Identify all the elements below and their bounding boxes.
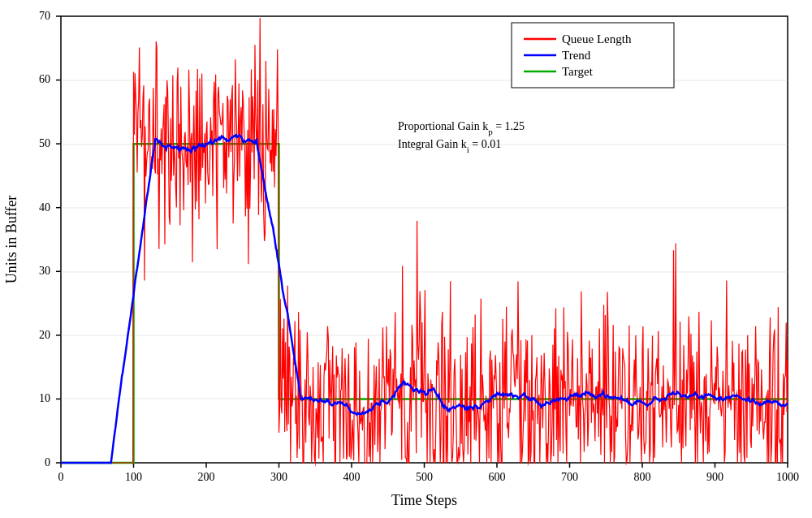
y-tick-20: 20 xyxy=(39,329,50,341)
y-axis-label: Units in Buffer xyxy=(3,196,19,284)
x-tick-100: 100 xyxy=(125,471,142,483)
x-tick-900: 900 xyxy=(706,471,723,483)
legend-trend-label: Trend xyxy=(562,49,591,62)
y-tick-10: 10 xyxy=(39,392,50,404)
x-tick-1000: 1000 xyxy=(776,471,799,483)
plot-area xyxy=(61,16,788,463)
x-tick-700: 700 xyxy=(561,471,578,483)
y-tick-60: 60 xyxy=(39,73,50,85)
y-tick-70: 70 xyxy=(39,10,50,22)
x-tick-600: 600 xyxy=(489,471,506,483)
y-tick-30: 30 xyxy=(39,265,50,277)
x-tick-200: 200 xyxy=(198,471,215,483)
x-tick-500: 500 xyxy=(416,471,433,483)
x-tick-400: 400 xyxy=(343,471,361,483)
y-tick-50: 50 xyxy=(39,137,50,149)
chart-svg: 0 100 200 300 400 500 600 700 800 900 10… xyxy=(0,0,812,518)
x-tick-800: 800 xyxy=(634,471,651,483)
legend-target-label: Target xyxy=(562,65,594,78)
x-tick-300: 300 xyxy=(270,471,287,483)
y-tick-40: 40 xyxy=(39,201,50,214)
x-axis-label: Time Steps xyxy=(391,492,457,508)
legend-queue-label: Queue Length xyxy=(562,32,632,45)
x-tick-0: 0 xyxy=(58,471,64,483)
y-tick-0: 0 xyxy=(45,456,50,468)
chart-container: 0 100 200 300 400 500 600 700 800 900 10… xyxy=(0,0,812,518)
